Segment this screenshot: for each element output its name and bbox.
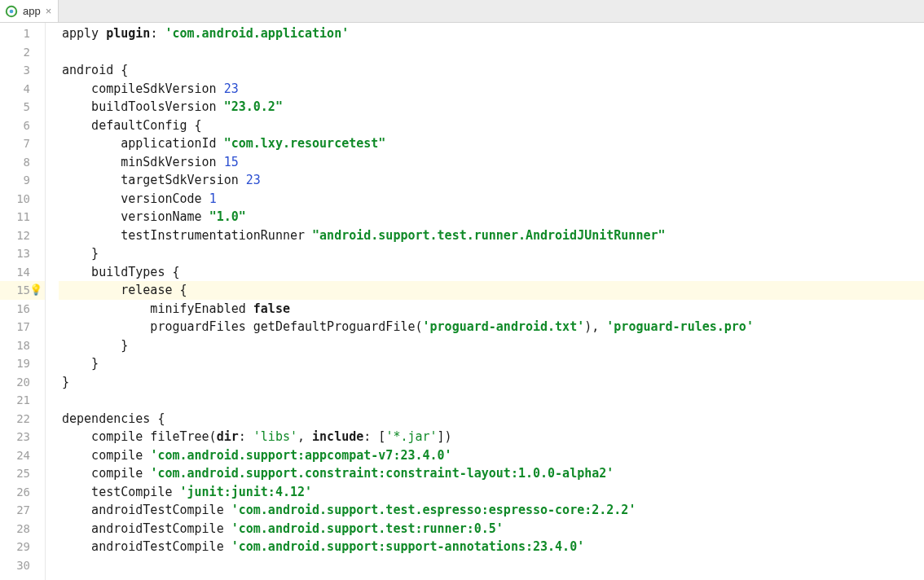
line-number: 4 [0,80,45,99]
line-number: 30 [0,556,45,575]
code-line[interactable] [59,391,924,410]
code-line[interactable]: } [59,244,924,263]
line-number: 22 [0,410,45,428]
svg-point-1 [10,9,14,13]
lightbulb-icon[interactable]: 💡 [29,281,42,300]
line-number: 1 [0,24,45,43]
tab-bar: app × [0,0,924,23]
line-number: 19 [0,354,45,373]
code-line[interactable]: compileSdkVersion 23 [59,80,924,99]
code-line[interactable]: apply plugin: 'com.android.application' [59,24,924,43]
code-line[interactable]: targetSdkVersion 23 [59,171,924,190]
editor: 123456789101112131415💡161718192021222324… [0,23,924,580]
line-number: 12 [0,226,45,245]
line-number: 5 [0,98,45,116]
code-line[interactable]: androidTestCompile 'com.android.support:… [59,538,924,556]
line-number: 6 [0,116,45,135]
code-line[interactable]: compile 'com.android.support.constraint:… [59,464,924,483]
code-line[interactable]: applicationId "com.lxy.resourcetest" [59,134,924,153]
code-line[interactable] [59,43,924,62]
code-line[interactable]: dependencies { [59,410,924,428]
line-number: 17 [0,318,45,336]
line-number: 14 [0,263,45,282]
line-number: 28 [0,520,45,538]
tab-label: app [23,5,41,17]
code-line[interactable]: release { [59,281,924,300]
line-number: 9 [0,171,45,190]
file-tab[interactable]: app × [0,0,59,22]
line-number: 15💡 [0,281,45,300]
code-line[interactable]: defaultConfig { [59,116,924,135]
line-number: 24 [0,446,45,465]
close-icon[interactable]: × [46,5,52,17]
code-line[interactable]: buildToolsVersion "23.0.2" [59,98,924,116]
code-line[interactable]: androidTestCompile 'com.android.support.… [59,520,924,538]
code-line[interactable]: testInstrumentationRunner "android.suppo… [59,226,924,245]
gutter: 123456789101112131415💡161718192021222324… [0,23,46,580]
code-line[interactable] [59,556,924,575]
code-line[interactable]: proguardFiles getDefaultProguardFile('pr… [59,318,924,336]
line-number: 25 [0,464,45,483]
line-number: 21 [0,391,45,410]
code-line[interactable]: compile 'com.android.support:appcompat-v… [59,446,924,465]
line-number: 2 [0,43,45,62]
code-line[interactable]: versionCode 1 [59,190,924,209]
line-number: 7 [0,134,45,153]
line-number: 18 [0,336,45,355]
gradle-icon [5,5,18,18]
line-number: 20 [0,373,45,392]
code-line[interactable]: compile fileTree(dir: 'libs', include: [… [59,428,924,446]
code-area[interactable]: apply plugin: 'com.android.application' … [59,23,924,580]
line-number: 13 [0,244,45,263]
line-number: 3 [0,61,45,80]
line-number: 8 [0,153,45,172]
code-line[interactable]: minSdkVersion 15 [59,153,924,172]
line-number: 16 [0,300,45,319]
line-number: 11 [0,208,45,226]
code-line[interactable]: testCompile 'junit:junit:4.12' [59,483,924,502]
code-line[interactable]: minifyEnabled false [59,300,924,319]
fold-column [46,23,59,580]
code-line[interactable]: buildTypes { [59,263,924,282]
code-line[interactable]: versionName "1.0" [59,208,924,226]
line-number: 27 [0,501,45,520]
line-number: 29 [0,538,45,556]
line-number: 10 [0,190,45,209]
code-line[interactable]: } [59,373,924,392]
code-line[interactable]: } [59,336,924,355]
line-number: 23 [0,428,45,446]
code-line[interactable]: android { [59,61,924,80]
code-line[interactable]: } [59,354,924,373]
line-number: 26 [0,483,45,502]
code-line[interactable]: androidTestCompile 'com.android.support.… [59,501,924,520]
